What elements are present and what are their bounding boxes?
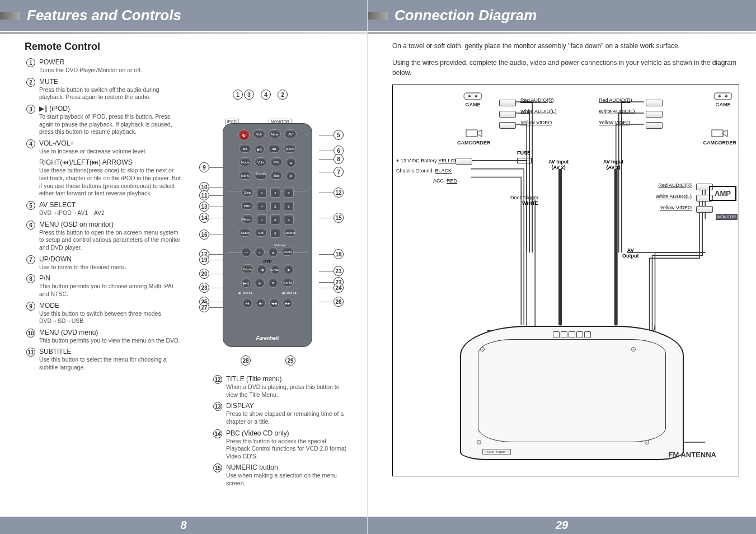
feature-number: 13 [213,402,222,411]
feature-item: 13DISPLAYPress to show elapsed or remain… [212,402,351,425]
feature-number: 8 [26,274,35,283]
remote-right[interactable]: ▶ [284,264,294,274]
remote-up[interactable]: ▲ [286,157,296,167]
feature-number: 7 [26,255,35,264]
remote-av[interactable]: AV [284,129,297,138]
remote-setup[interactable]: Setup [239,228,251,237]
feature-desc: This button permits you to choose among … [39,283,181,298]
remote-ff[interactable]: ▶▶ [283,298,293,308]
lbl-battery: + 12 V DC Battery YELLOW [396,158,459,163]
feature-item: RIGHT(⏮)/LEFT(⏭) ARROWSUse these buttons… [25,158,181,198]
remote-mode[interactable]: Mode [239,157,251,166]
lbl-red-o: Red AUDIO(R) [658,182,692,188]
amp-box: AMP [709,186,736,201]
lbl-avin2: AV Input (AV 2) [548,159,569,170]
feature-title: ▶∥ (iPOD) [39,105,181,113]
left-page: Features and Controls Remote Control 1PO… [0,0,368,534]
icon-game-right: GAME [713,88,733,107]
icon-camcorder-right: CAMCORDER [703,125,737,146]
feature-desc: Use to incease or decrease volume level. [39,148,181,156]
remote-6[interactable]: 6 [284,201,294,211]
remote-4[interactable]: 4 [257,201,267,211]
remote-aup[interactable]: ▲ [268,247,278,257]
right-page: Connection Diagram On a towel or soft cl… [368,0,756,534]
feature-item: 12TITLE (Title menu)When a DVD is playin… [212,375,351,399]
remote-playpause[interactable]: ▶∥ [255,144,265,154]
feature-title: MENU (DVD menu) [39,329,181,336]
lbl-red-l: Red AUDIO(R) [520,97,554,103]
remote-5[interactable]: 5 [270,201,280,211]
remote-3[interactable]: 3 [284,188,294,198]
callout-left: 14 [199,213,209,223]
remote-mute[interactable]: Mute [269,129,281,138]
remote-disp[interactable]: Disp [241,188,253,196]
svg-point-1 [475,95,477,97]
remote-zoom[interactable]: Zoom [241,264,253,273]
remote-1[interactable]: 1 [257,188,267,198]
remote-volminus[interactable]: Vol- [253,129,265,138]
feature-item: 15NUMERIC buttonUse when making a select… [212,463,351,487]
feature-number: 10 [26,329,35,338]
remote-menu2[interactable]: Menu [239,171,251,180]
feature-desc: Press to show elapsed or remaining time … [226,410,351,425]
remote-pn[interactable]: P/N [270,157,283,166]
feature-desc: Use when making a selection on the menu … [226,472,351,487]
remote-repeat[interactable]: Repeat [284,228,296,237]
callout-right: 5 [334,130,344,140]
remote-0[interactable]: 0 [270,228,280,238]
feature-title: P/N [39,274,181,282]
remote-return[interactable]: Return [241,214,253,223]
left-pagenum: 8 [0,517,367,534]
remote-skprev[interactable]: ⏮ [242,298,252,308]
callout-right: 8 [334,154,344,164]
feature-item: 11SUBTITLEUse this button to select the … [25,348,181,371]
feature-number: 9 [26,302,35,311]
remote-volp[interactable]: + [255,247,265,257]
remote-7[interactable]: 7 [257,214,267,224]
volume-label: Volume [240,243,320,247]
remote-next[interactable]: ⏭ [268,144,280,153]
svg-point-3 [719,95,721,97]
feature-title: TITLE (Title menu) [226,375,351,383]
remote-volplus[interactable]: Vol+ [255,157,267,166]
remote-body: ⏻ Vol- Mute AV ⏮ ▶∥ ⏭ Menu Mode Vol+ [223,123,312,347]
features-col-2: 12TITLE (Title menu)When a DVD is playin… [212,375,351,491]
remote-ab[interactable]: A-B [255,228,267,237]
remote-enter[interactable]: Enter [270,264,280,274]
feature-title: POWER [39,58,181,66]
remote-audio[interactable]: Audio [281,247,294,256]
callout-top-1: 1 [233,90,243,100]
remote-power[interactable]: ⏻ [238,129,250,140]
remote-volm[interactable]: — [241,247,251,257]
remote-sknext[interactable]: ⏭ [256,298,266,308]
remote-adown[interactable]: ▼ [268,278,278,288]
remote-title[interactable]: Title [270,171,283,180]
remote-down[interactable]: ▼ [286,171,296,181]
remote-rew[interactable]: ◀◀ [269,298,279,308]
callout-left: 20 [199,269,209,279]
remote-8[interactable]: 8 [270,214,280,224]
callout-left: 9 [199,162,209,172]
feature-desc: Use this button to select the menu for c… [39,356,181,371]
remote-menu[interactable]: Menu [284,144,296,153]
feature-number: 14 [213,429,222,438]
feature-desc: Press this button to open the on-screen … [39,229,181,252]
feature-desc: This button permits you to view the menu… [39,337,181,345]
remote-pbc[interactable]: PBC [241,201,253,210]
feature-number: 4 [26,139,35,148]
fuse-icon [517,158,532,163]
slow-label: ◀∥ Slow ∥▶ [281,291,297,294]
remote-left[interactable]: ◀ [257,264,267,274]
remote-9[interactable]: 9 [284,214,294,224]
feature-number: 5 [26,201,35,210]
remote-prev[interactable]: ⏮ [239,144,251,153]
remote-2[interactable]: 2 [270,188,280,198]
remote-stop[interactable]: ■ [255,278,265,288]
feature-number: 15 [213,463,222,472]
remote-subtitle[interactable]: Sub title [255,171,267,180]
lbl-avout: AV Output [622,247,639,259]
remote-goto[interactable]: Go To [281,278,294,287]
remote-play2[interactable]: ▶/∥ [241,278,251,288]
feature-desc: Use to move to the desired menu. [39,264,181,271]
callout-right: 7 [334,167,344,177]
